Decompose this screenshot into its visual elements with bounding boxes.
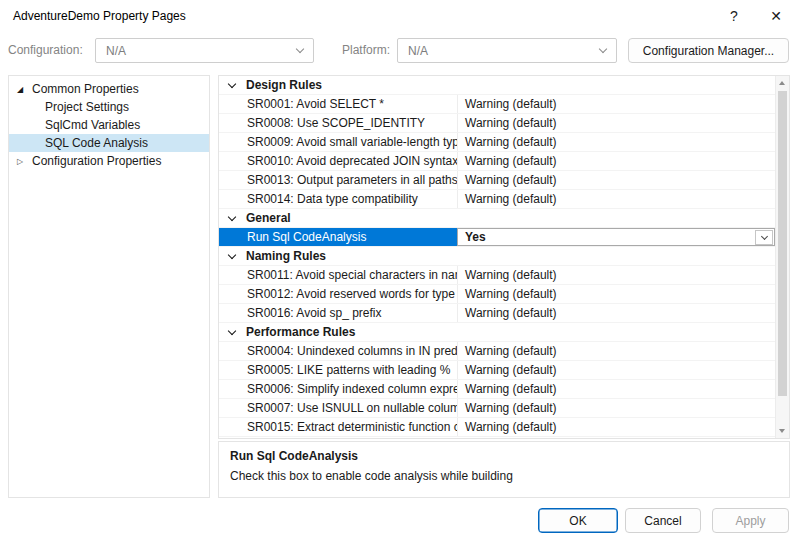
close-icon[interactable]: ✕	[755, 0, 797, 32]
property-name[interactable]: SR0016: Avoid sp_ prefix	[219, 304, 457, 322]
property-name[interactable]: SR0012: Avoid reserved words for type n	[219, 285, 457, 303]
property-value[interactable]: Warning (default)	[457, 171, 775, 189]
property-value[interactable]: Warning (default)	[457, 304, 775, 322]
property-name[interactable]: SR0009: Avoid small variable-length typ	[219, 133, 457, 151]
property-row[interactable]: SR0005: LIKE patterns with leading %Warn…	[219, 361, 775, 380]
property-value-text: Warning (default)	[465, 344, 557, 358]
property-name[interactable]: SR0001: Avoid SELECT *	[219, 95, 457, 113]
tree-item-label: SqlCmd Variables	[45, 118, 140, 132]
tree-item-project-settings[interactable]: Project Settings	[9, 98, 209, 116]
property-row[interactable]: SR0001: Avoid SELECT *Warning (default)	[219, 95, 775, 114]
tree-item-sqlcmd-variables[interactable]: SqlCmd Variables	[9, 116, 209, 134]
platform-label: Platform:	[342, 43, 390, 57]
property-value-text: Warning (default)	[465, 401, 557, 415]
property-value-text: Warning (default)	[465, 287, 557, 301]
property-value[interactable]: Warning (default)	[457, 418, 775, 436]
cancel-button[interactable]: Cancel	[625, 508, 701, 533]
property-value-text: Warning (default)	[465, 116, 557, 130]
property-row[interactable]: SR0014: Data type compatibilityWarning (…	[219, 190, 775, 209]
property-value-text: Warning (default)	[465, 382, 557, 396]
property-value[interactable]: Warning (default)	[457, 95, 775, 113]
ok-button[interactable]: OK	[538, 508, 618, 533]
property-value-text: Warning (default)	[465, 306, 557, 320]
property-name[interactable]: SR0005: LIKE patterns with leading %	[219, 361, 457, 379]
configuration-dropdown: N/A	[95, 38, 314, 63]
tree-item-configuration-properties[interactable]: ▷Configuration Properties	[9, 152, 209, 170]
chevron-down-icon[interactable]	[228, 79, 236, 87]
category-title: Performance Rules	[246, 325, 355, 339]
scrollbar-thumb[interactable]	[778, 91, 787, 396]
property-name[interactable]: SR0004: Unindexed columns in IN predic	[219, 342, 457, 360]
property-value[interactable]: Warning (default)	[457, 285, 775, 303]
property-name[interactable]: SR0011: Avoid special characters in nam	[219, 266, 457, 284]
chevron-down-icon	[760, 232, 767, 239]
property-value[interactable]: Warning (default)	[457, 342, 775, 360]
property-row[interactable]: SR0015: Extract deterministic function c…	[219, 418, 775, 437]
category-row[interactable]: Performance Rules	[219, 323, 775, 342]
property-value-text: Warning (default)	[465, 97, 557, 111]
help-icon[interactable]: ?	[713, 0, 755, 32]
property-value-text: Yes	[465, 230, 486, 244]
category-title: Design Rules	[246, 78, 322, 92]
property-name[interactable]: SR0007: Use ISNULL on nullable column	[219, 399, 457, 417]
category-row[interactable]: General	[219, 209, 775, 228]
tree-collapsed-icon[interactable]: ▷	[17, 157, 32, 166]
description-title: Run Sql CodeAnalysis	[230, 449, 778, 463]
property-value[interactable]: Warning (default)	[457, 190, 775, 208]
property-row[interactable]: SR0004: Unindexed columns in IN predicWa…	[219, 342, 775, 361]
property-row[interactable]: SR0011: Avoid special characters in namW…	[219, 266, 775, 285]
property-name[interactable]: SR0015: Extract deterministic function c…	[219, 418, 457, 436]
property-value[interactable]: Warning (default)	[457, 152, 775, 170]
property-row[interactable]: SR0016: Avoid sp_ prefixWarning (default…	[219, 304, 775, 323]
window-title: AdventureDemo Property Pages	[13, 9, 186, 23]
property-row[interactable]: SR0006: Simplify indexed column expresWa…	[219, 380, 775, 399]
tree-expanded-icon[interactable]: ◢	[17, 85, 32, 94]
property-name[interactable]: SR0014: Data type compatibility	[219, 190, 457, 208]
property-row[interactable]: SR0009: Avoid small variable-length typW…	[219, 133, 775, 152]
tree-item-common-properties[interactable]: ◢Common Properties	[9, 80, 209, 98]
property-name[interactable]: Run Sql CodeAnalysis	[219, 228, 457, 246]
property-value[interactable]: Warning (default)	[457, 133, 775, 151]
property-row[interactable]: SR0008: Use SCOPE_IDENTITYWarning (defau…	[219, 114, 775, 133]
tree-item-sql-code-analysis[interactable]: SQL Code Analysis	[9, 134, 209, 152]
chevron-down-icon	[296, 44, 304, 52]
chevron-down-icon[interactable]	[228, 212, 236, 220]
property-value[interactable]: Warning (default)	[457, 114, 775, 132]
property-name[interactable]: SR0013: Output parameters in all paths	[219, 171, 457, 189]
grid-rows: Design RulesSR0001: Avoid SELECT *Warnin…	[219, 76, 775, 438]
chevron-down-icon[interactable]	[228, 326, 236, 334]
property-grid: Design RulesSR0001: Avoid SELECT *Warnin…	[218, 75, 790, 439]
scrollbar-up-icon[interactable]	[779, 81, 785, 85]
tree-item-label: Project Settings	[45, 100, 129, 114]
description-text: Check this box to enable code analysis w…	[230, 469, 778, 483]
property-value-text: Warning (default)	[465, 154, 557, 168]
chevron-down-icon[interactable]	[228, 250, 236, 258]
property-value-text: Warning (default)	[465, 135, 557, 149]
value-dropdown-button[interactable]	[755, 230, 773, 245]
property-value-text: Warning (default)	[465, 173, 557, 187]
configuration-manager-button[interactable]: Configuration Manager...	[628, 38, 789, 63]
property-name[interactable]: SR0006: Simplify indexed column expres	[219, 380, 457, 398]
property-row[interactable]: SR0010: Avoid deprecated JOIN syntaxWarn…	[219, 152, 775, 171]
property-name[interactable]: SR0010: Avoid deprecated JOIN syntax	[219, 152, 457, 170]
property-value[interactable]: Yes	[457, 228, 775, 246]
property-row[interactable]: Run Sql CodeAnalysisYes	[219, 228, 775, 247]
platform-dropdown: N/A	[397, 38, 617, 63]
property-value[interactable]: Warning (default)	[457, 380, 775, 398]
configuration-label: Configuration:	[8, 43, 83, 57]
category-title: Naming Rules	[246, 249, 326, 263]
category-row[interactable]: Naming Rules	[219, 247, 775, 266]
property-value[interactable]: Warning (default)	[457, 399, 775, 417]
property-row[interactable]: SR0007: Use ISNULL on nullable columnWar…	[219, 399, 775, 418]
category-row[interactable]: Design Rules	[219, 76, 775, 95]
configuration-toolbar: Configuration: N/A Platform: N/A Configu…	[0, 38, 797, 64]
property-row[interactable]: SR0013: Output parameters in all pathsWa…	[219, 171, 775, 190]
category-title: General	[246, 211, 291, 225]
property-name[interactable]: SR0008: Use SCOPE_IDENTITY	[219, 114, 457, 132]
titlebar: AdventureDemo Property Pages ? ✕	[0, 0, 797, 32]
property-value[interactable]: Warning (default)	[457, 361, 775, 379]
grid-scrollbar[interactable]	[775, 76, 789, 438]
scrollbar-down-icon[interactable]	[779, 429, 785, 433]
property-row[interactable]: SR0012: Avoid reserved words for type nW…	[219, 285, 775, 304]
property-value[interactable]: Warning (default)	[457, 266, 775, 284]
